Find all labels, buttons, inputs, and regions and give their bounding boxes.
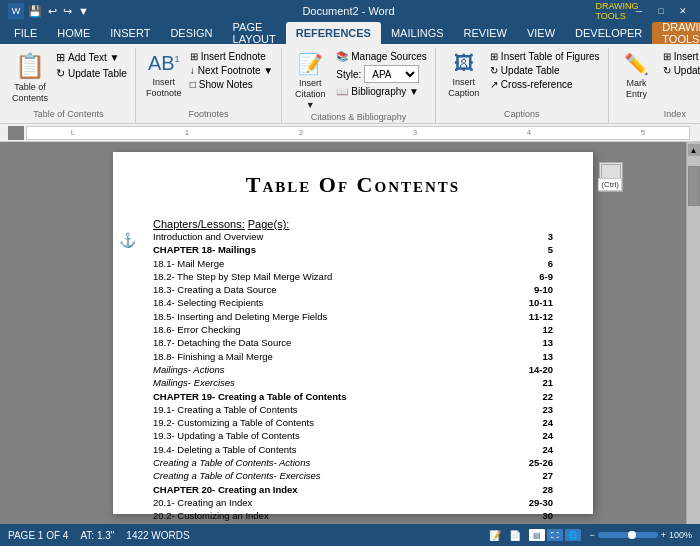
scroll-thumb[interactable] [688, 166, 700, 206]
cross-reference-button[interactable]: ↗ Cross-reference [488, 78, 602, 91]
toc-entry: 19.4- Deleting a Table of Contents24 [153, 443, 553, 456]
next-footnote-button[interactable]: ↓ Next Footnote ▼ [188, 64, 276, 77]
tab-references[interactable]: REFERENCES [286, 22, 381, 44]
ruler-content: L 1 2 3 4 5 [26, 126, 690, 140]
tab-page-layout[interactable]: PAGE LAYOUT [223, 22, 286, 44]
scroll-up-button[interactable]: ▲ [688, 144, 700, 156]
spelling-icon[interactable]: 📝 [489, 530, 501, 541]
redo-icon[interactable]: ↪ [63, 5, 72, 18]
tab-developer[interactable]: DEVELOPER [565, 22, 652, 44]
insert-table-of-figures-button[interactable]: ⊞ Insert Table of Figures [488, 50, 602, 63]
tab-mailings[interactable]: MAILINGS [381, 22, 454, 44]
close-button[interactable]: ✕ [674, 4, 692, 18]
toc-entry-page: 6-9 [523, 270, 553, 283]
manage-sources-button[interactable]: 📚 Manage Sources [334, 50, 429, 63]
zoom-out-button[interactable]: − [589, 530, 594, 540]
style-dropdown[interactable]: APA MLA Chicago [364, 65, 419, 83]
toc-entry-page: 24 [523, 416, 553, 429]
toc-entry-page: 24 [523, 429, 553, 442]
update-index-icon: ↻ [663, 65, 671, 76]
full-screen-view[interactable]: ⛶ [547, 529, 563, 541]
toc-entry: 18.8- Finishing a Mail Merge13 [153, 350, 553, 363]
group-footnotes-content: AB1 InsertFootnote ⊞ Insert Endnote ↓ Ne… [142, 50, 276, 109]
table-figures-label: Insert Table of Figures [501, 51, 600, 62]
insert-citation-button[interactable]: 📝 InsertCitation ▼ [288, 50, 332, 112]
tab-drawing-tools[interactable]: DRAWING TOOLS [652, 22, 700, 44]
save-icon[interactable]: 💾 [28, 5, 42, 18]
footnotes-small-buttons: ⊞ Insert Endnote ↓ Next Footnote ▼ □ Sho… [188, 50, 276, 91]
left-margin [0, 142, 20, 524]
toc-icon: 📋 [15, 52, 45, 80]
mark-entry-button[interactable]: ✏️ MarkEntry [615, 50, 659, 102]
tab-file[interactable]: FILE [4, 22, 47, 44]
group-citations-content: 📝 InsertCitation ▼ 📚 Manage Sources Styl… [288, 50, 429, 112]
toc-entry-text: Creating a Table of Contents- Exercises [153, 469, 523, 482]
toc-entry-page: 28 [523, 483, 553, 496]
layout-icon[interactable]: 📄 [509, 530, 521, 541]
add-text-icon: ⊞ [56, 51, 65, 64]
insert-caption-button[interactable]: 🖼 InsertCaption [442, 50, 486, 101]
show-notes-button[interactable]: □ Show Notes [188, 78, 276, 91]
update-table-captions-button[interactable]: ↻ Update Table [488, 64, 602, 77]
tab-view[interactable]: VIEW [517, 22, 565, 44]
bibliography-icon: 📖 [336, 86, 348, 97]
toc-entry-text: Introduction and Overview [153, 230, 523, 243]
tab-home[interactable]: HOME [47, 22, 100, 44]
next-footnote-icon: ↓ [190, 65, 195, 76]
undo-icon[interactable]: ↩ [48, 5, 57, 18]
toc-header-chapters: Chapters/Lessons: [153, 218, 245, 230]
citations-small-buttons: 📚 Manage Sources Style: APA MLA Chicago … [334, 50, 429, 98]
word-count: 1422 WORDS [126, 530, 189, 541]
scrollbar[interactable]: ▲ [686, 142, 700, 524]
insert-citation-label: InsertCitation ▼ [290, 78, 330, 110]
maximize-button[interactable]: □ [652, 4, 670, 18]
margin-icons [0, 142, 20, 152]
group-captions-content: 🖼 InsertCaption ⊞ Insert Table of Figure… [442, 50, 602, 109]
customize-icon[interactable]: ▼ [78, 5, 89, 18]
insert-footnote-button[interactable]: AB1 InsertFootnote [142, 50, 186, 101]
anchor-icon: ⚓ [119, 232, 136, 248]
toc-header: Chapters/Lessons: Page(s): [153, 218, 553, 230]
page-indicator: PAGE 1 OF 4 [8, 530, 68, 541]
add-text-button[interactable]: ⊞ Add Text ▼ [54, 50, 129, 65]
toc-entry-page: 21 [523, 376, 553, 389]
window-controls[interactable]: DRAWING TOOLS ─ □ ✕ [608, 4, 692, 18]
update-toc-button[interactable]: ↻ Update Table [54, 66, 129, 81]
document-title: Table Of Contents [143, 172, 563, 198]
toc-entry-text: 19.3- Updating a Table of Contents [153, 429, 523, 442]
next-footnote-label: Next Footnote ▼ [198, 65, 274, 76]
zoom-in-button[interactable]: + [661, 530, 666, 540]
window-title: Document2 - Word [302, 5, 394, 17]
style-label: Style: [336, 69, 361, 80]
toc-entry: 18.2- The Step by Step Mail Merge Wizard… [153, 270, 553, 283]
update-index-button[interactable]: ↻ Update Index [661, 64, 700, 77]
zoom-bar[interactable] [598, 532, 658, 538]
group-index-content: ✏️ MarkEntry ⊞ Insert Index ↻ Update Ind… [615, 50, 700, 109]
footnote-icon: AB1 [148, 52, 180, 75]
web-layout-view[interactable]: 🌐 [565, 529, 581, 541]
mark-entry-icon: ✏️ [624, 52, 649, 76]
toc-header-pages: Page(s): [248, 218, 290, 230]
insert-index-button[interactable]: ⊞ Insert Index [661, 50, 700, 63]
style-selector: Style: APA MLA Chicago [334, 64, 429, 84]
insert-endnote-button[interactable]: ⊞ Insert Endnote [188, 50, 276, 63]
tab-review[interactable]: REVIEW [454, 22, 517, 44]
tab-insert[interactable]: INSERT [100, 22, 160, 44]
toc-entry: Mailings- Exercises21 [153, 376, 553, 389]
toc-entry: CHAPTER 18- Mailings5 [153, 243, 553, 256]
toc-entry-page: 3 [523, 230, 553, 243]
toc-entry: 20.2- Customizing an Index30 [153, 509, 553, 522]
tab-design[interactable]: DESIGN [160, 22, 222, 44]
toc-entry: 20.1- Creating an Index29-30 [153, 496, 553, 509]
citation-icon: 📝 [298, 52, 323, 76]
table-of-contents-button[interactable]: 📋 Table ofContents [8, 50, 52, 106]
update-toc-icon: ↻ [56, 67, 65, 80]
document-area[interactable]: ⚓ Table Of Contents Chapters/Lessons: Pa… [20, 142, 686, 524]
ruler: L 1 2 3 4 5 [0, 124, 700, 142]
bibliography-button[interactable]: 📖 Bibliography ▼ [334, 85, 429, 98]
print-layout-view[interactable]: ▤ [529, 529, 545, 541]
toc-entry-text: 18.6- Error Checking [153, 323, 523, 336]
zoom-thumb[interactable] [628, 531, 636, 539]
minimize-button[interactable]: ─ [630, 4, 648, 18]
toc-entry: 19.2- Customizing a Table of Contents24 [153, 416, 553, 429]
